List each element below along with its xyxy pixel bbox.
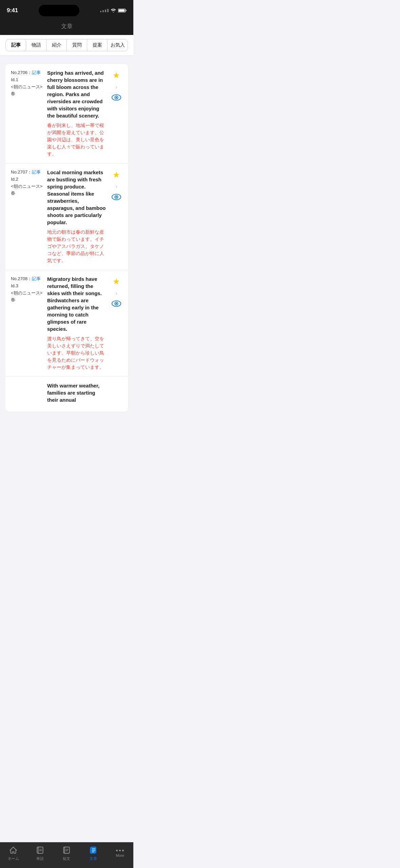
article-actions-3: ★ ›	[110, 275, 122, 371]
article-number-1: No.2706：記事	[11, 69, 43, 76]
tab-kiji[interactable]: 記事	[6, 39, 26, 51]
wifi-icon	[111, 8, 116, 13]
bottom-spacer	[0, 414, 133, 445]
article-body-2: Local morning markets are bustling with …	[47, 169, 106, 264]
battery-icon	[118, 8, 127, 13]
article-item[interactable]: No.2706：記事 Id.1 <朝のニュース> 春 Spring has ar…	[5, 64, 128, 163]
article-title-ja-2: 地元の朝市は春の新鮮な産物で賑わっています。イチゴやアスパラガス、タケノコなど、…	[47, 229, 106, 264]
article-season-2: 春	[11, 190, 43, 197]
article-item-2[interactable]: No.2707：記事 Id.2 <朝のニュース> 春 Local morning…	[5, 163, 128, 270]
article-list: No.2706：記事 Id.1 <朝のニュース> 春 Spring has ar…	[5, 64, 128, 412]
article-number-3: No.2708：記事	[11, 275, 43, 283]
tab-shitsumon[interactable]: 質問	[67, 39, 87, 51]
eye-icon-1[interactable]	[112, 94, 121, 101]
article-meta-1: No.2706：記事 Id.1 <朝のニュース> 春	[11, 69, 43, 97]
svg-point-11	[116, 303, 117, 305]
article-title-en-3: Migratory birds have returned, filling t…	[47, 275, 106, 332]
article-meta-2: No.2707：記事 Id.2 <朝のニュース> 春	[11, 169, 43, 197]
article-meta-3: No.2708：記事 Id.3 <朝のニュース> 春	[11, 275, 43, 304]
tab-teian[interactable]: 提案	[87, 39, 108, 51]
svg-point-5	[116, 97, 117, 98]
article-item-4[interactable]: With warmer weather, families are starti…	[5, 377, 128, 412]
article-body-4: With warmer weather, families are starti…	[47, 382, 106, 406]
eye-icon-2[interactable]	[112, 194, 121, 200]
svg-point-8	[116, 196, 117, 198]
nav-bar: 文章	[0, 20, 133, 35]
signal-icon	[100, 9, 109, 12]
article-actions-1: ★ ›	[110, 69, 122, 158]
article-category-1: <朝のニュース>	[11, 84, 43, 91]
article-id-1: Id.1	[11, 76, 43, 84]
star-icon-2[interactable]: ★	[113, 170, 120, 180]
notch	[39, 5, 79, 16]
article-id-2: Id.2	[11, 176, 43, 183]
eye-icon-3[interactable]	[112, 300, 121, 307]
content-area: No.2706：記事 Id.1 <朝のニュース> 春 Spring has ar…	[0, 56, 133, 450]
tab-okini[interactable]: お気入	[108, 39, 128, 51]
status-bar: 9:41	[0, 0, 133, 20]
tab-shoukai[interactable]: 紹介	[46, 39, 67, 51]
article-title-en-1: Spring has arrived, and cherry blossoms …	[47, 69, 106, 119]
svg-rect-2	[118, 10, 125, 12]
article-body-1: Spring has arrived, and cherry blossoms …	[47, 69, 106, 158]
chevron-icon-1: ›	[115, 84, 117, 91]
article-category-3: <朝のニュース>	[11, 290, 43, 297]
article-title-en-2: Local morning markets are bustling with …	[47, 169, 106, 226]
tab-monogatari[interactable]: 物語	[26, 39, 46, 51]
chevron-icon-3: ›	[115, 290, 117, 297]
article-title-ja-3: 渡り鳥が帰ってきて、空を美しいさえずりで満たしています。早朝から珍しい鳥を見るた…	[47, 335, 106, 371]
filter-tabs: 記事 物語 紹介 質問 提案 お気入	[5, 39, 128, 51]
svg-rect-1	[126, 10, 126, 11]
article-category-2: <朝のニュース>	[11, 183, 43, 190]
filter-tabs-container: 記事 物語 紹介 質問 提案 お気入	[0, 35, 133, 56]
article-actions-2: ★ ›	[110, 169, 122, 264]
article-season-3: 春	[11, 296, 43, 304]
article-body-3: Migratory birds have returned, filling t…	[47, 275, 106, 371]
article-id-3: Id.3	[11, 283, 43, 290]
article-item-3[interactable]: No.2708：記事 Id.3 <朝のニュース> 春 Migratory bir…	[5, 270, 128, 377]
article-actions-4	[110, 382, 122, 406]
status-icons	[100, 8, 127, 13]
page-title: 文章	[61, 23, 73, 30]
chevron-icon-2: ›	[115, 183, 117, 190]
star-icon-1[interactable]: ★	[113, 71, 120, 80]
article-title-en-4: With warmer weather, families are starti…	[47, 382, 106, 403]
article-title-ja-1: 春が到来し、地域一帯で桜が満開を迎えています。公園や川辺は、美しい景色を楽しむ人…	[47, 122, 106, 158]
star-icon-3[interactable]: ★	[113, 277, 120, 286]
status-time: 9:41	[7, 7, 18, 14]
article-number-2: No.2707：記事	[11, 169, 43, 176]
article-season-1: 春	[11, 90, 43, 97]
